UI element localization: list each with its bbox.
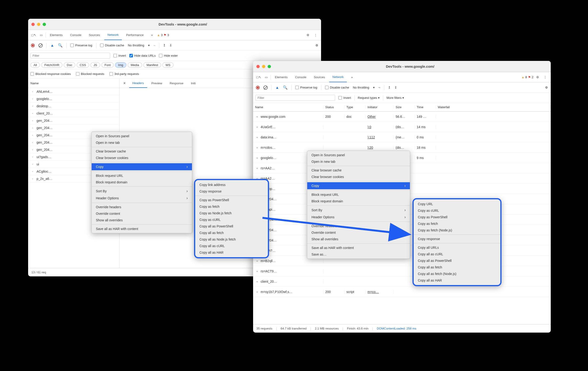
mi-clear-cookies[interactable]: Clear browser cookies [92,155,192,161]
disable-cache-cb[interactable]: Disable cache [100,43,124,47]
min-dot[interactable] [262,65,265,68]
request-row[interactable]: ▫www.google.com200docOther56.6…149 … [253,112,551,122]
type-css[interactable]: CSS [77,62,89,68]
type-doc[interactable]: Doc [64,62,75,68]
col-waterfall[interactable]: Waterfall [436,105,551,109]
download-icon[interactable]: ↧ [169,43,172,47]
upload-icon[interactable]: ↥ [388,86,391,89]
name-column-header[interactable]: Name [28,79,119,88]
preserve-log-cb[interactable]: Preserve log [70,43,92,47]
col-size[interactable]: Size [394,105,415,109]
kebab-icon[interactable]: ⋮ [542,74,548,81]
mi-block-url[interactable]: Block request URL [92,172,192,179]
mi-copy-response[interactable]: Copy response [195,188,268,195]
grid-header[interactable]: Name Status Type Initiator Size Time Wat… [253,103,551,112]
mi-copy-curl[interactable]: Copy as cURL [414,207,500,214]
mi-copy-fetch[interactable]: Copy as fetch [195,203,268,210]
wifi-icon[interactable]: ⏦ [154,43,155,47]
type-manifest[interactable]: Manifest [143,62,161,68]
filter-input[interactable] [31,53,110,59]
tab-sources[interactable]: Sources [311,72,328,82]
request-row[interactable]: ▫m=sy1b7,P10Owf,s…200scriptm=co… [253,287,551,297]
mi-copy-all-powershell[interactable]: Copy all as PowerShell [195,223,268,229]
mi-copy-curl[interactable]: Copy as cURL [195,216,268,223]
download-icon[interactable]: ↧ [394,86,397,89]
warnings-badge[interactable]: ▲8 [521,75,527,79]
type-media[interactable]: Media [128,62,142,68]
upload-icon[interactable]: ↥ [163,43,166,47]
type-ws[interactable]: WS [162,62,173,68]
row-initiator[interactable]: ):112 [366,135,394,139]
throttling-caret[interactable]: ▾ [148,43,150,47]
invert-cb[interactable]: Invert [114,54,126,57]
filter-icon[interactable]: ▲ [50,43,54,48]
tab-network[interactable]: Network [329,72,347,82]
col-status[interactable]: Status [323,105,345,109]
clear-icon[interactable] [38,43,43,48]
mi-copy-fetch-node[interactable]: Copy as fetch (Node.js) [414,227,500,234]
dtab-initiator[interactable]: Initi [188,79,199,88]
tab-network[interactable]: Network [104,30,122,40]
request-row[interactable]: ▫googlelo… [28,95,119,103]
request-types-dropdown[interactable]: Request types ▾ [358,96,380,100]
tab-sources[interactable]: Sources [85,30,103,40]
mi-copy-all-node-fetch[interactable]: Copy all as Node.js fetch [195,236,268,243]
mi-show-overrides[interactable]: Show all overrides [92,217,192,223]
mi-copy-link[interactable]: Copy link address [195,182,268,188]
mi-clear-cookies[interactable]: Clear browser cookies [307,174,410,180]
issues-badge[interactable]: ⚑3 [164,33,169,37]
mi-copy-powershell[interactable]: Copy as PowerShell [414,214,500,220]
issues-badge[interactable]: ⚑2 [528,75,533,79]
mi-save-as[interactable]: Save as… [307,251,410,258]
mi-copy-all-urls[interactable]: Copy all URLs [414,244,500,251]
mi-override-content[interactable]: Override content [92,210,192,217]
max-dot[interactable] [43,23,46,26]
request-row[interactable]: ▫gen_204… [28,124,119,132]
close-icon[interactable]: × [121,81,128,86]
row-initiator[interactable]: Other [366,115,394,119]
mi-override-headers[interactable]: Override headers [92,204,192,210]
settings-icon[interactable]: ⚙ [315,43,318,47]
throttling-select[interactable]: No throttling [128,43,144,47]
mi-save-har[interactable]: Save all as HAR with content [92,226,192,232]
dtab-headers[interactable]: Headers [129,79,147,88]
settings-icon[interactable]: ⚙ [305,32,311,38]
tab-elements[interactable]: Elements [272,72,291,82]
tab-console[interactable]: Console [292,72,310,82]
copy-submenu-right[interactable]: Copy URL Copy as cURL Copy as PowerShell… [412,198,502,286]
mi-copy-url[interactable]: Copy URL [414,201,500,207]
throttling-select[interactable]: No throttling [353,86,369,89]
mi-open-new-tab[interactable]: Open in new tab [92,139,192,146]
row-initiator[interactable]: m=co… [366,290,394,294]
col-initiator[interactable]: Initiator [366,105,394,109]
inspect-icon[interactable]: ◻↖ [255,74,262,81]
tab-performance[interactable]: Performance [123,30,147,40]
mi-copy-all-fetch[interactable]: Copy all as fetch [414,264,500,270]
tab-console[interactable]: Console [67,30,84,40]
type-fetchxhr[interactable]: Fetch/XHR [41,62,62,68]
tabs-more[interactable]: » [148,30,156,40]
mi-copy-all-powershell[interactable]: Copy all as PowerShell [414,258,500,264]
mi-copy-powershell[interactable]: Copy as PowerShell [195,197,268,203]
dtab-response[interactable]: Response [166,79,187,88]
hide-data-urls-cb[interactable]: Hide data URLs [129,54,156,57]
mi-copy[interactable]: Copy [92,163,192,170]
inspect-icon[interactable]: ◻↖ [31,32,37,38]
mi-open-sources[interactable]: Open in Sources panel [307,152,410,158]
col-time[interactable]: Time [415,105,436,109]
device-icon[interactable]: ▭ [263,74,270,81]
mi-copy-all-curl[interactable]: Copy all as cURL [195,243,268,249]
row-initiator[interactable]: ):0 [366,125,394,129]
request-row[interactable]: ▫gen_204… [28,117,119,124]
mi-open-sources[interactable]: Open in Sources panel [92,133,192,139]
mi-clear-cache[interactable]: Clear browser cache [307,167,410,174]
search-icon[interactable]: 🔍 [58,43,63,48]
mi-open-new-tab[interactable]: Open in new tab [307,158,410,165]
type-all[interactable]: All [31,62,40,68]
request-row[interactable]: ▫data:ima…):112(me…0 ms [253,132,551,142]
device-icon[interactable]: ▭ [38,32,44,38]
request-row[interactable]: ▫4UaGrE…):0(dis…14 ms [253,122,551,132]
request-row[interactable]: ▫ANLem4… [28,88,119,95]
settings-icon[interactable]: ⚙ [534,74,541,81]
mi-block-domain[interactable]: Block request domain [307,198,410,205]
